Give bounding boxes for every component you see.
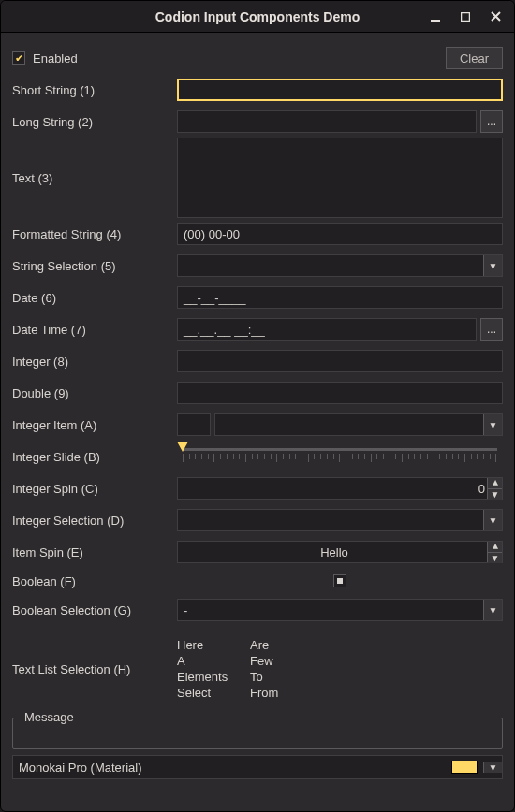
- clear-button[interactable]: Clear: [446, 47, 503, 69]
- chevron-down-icon: ▼: [483, 600, 502, 620]
- integer-spin-row: Integer Spin (C) 0 ▼ ▼: [12, 472, 503, 504]
- boolean-row: Boolean (F): [12, 568, 503, 594]
- integer-selection-combo[interactable]: ▼: [177, 509, 503, 531]
- text-row: Text (3): [12, 138, 503, 218]
- enabled-row: ✔ Enabled Clear: [12, 42, 503, 74]
- slider-track: [183, 448, 497, 451]
- datetime-row: Date Time (7) __.__.__ __:__ ...: [12, 313, 503, 345]
- text-list-row: Text List Selection (H) Here Are A Few E…: [12, 626, 503, 712]
- spinner-buttons: ▼ ▼: [487, 478, 502, 499]
- chevron-down-icon: ▼: [483, 255, 502, 276]
- item-spinner-value: Hello: [184, 545, 485, 559]
- window-controls: [420, 1, 510, 32]
- item-spin-row: Item Spin (E) Hello ▼ ▼: [12, 536, 503, 568]
- boolean-label: Boolean (F): [12, 574, 169, 588]
- short-string-label: Short String (1): [12, 83, 169, 97]
- theme-name: Monokai Pro (Material): [19, 761, 142, 775]
- spinner-down-button[interactable]: ▼: [488, 489, 502, 500]
- long-string-input[interactable]: [177, 110, 477, 133]
- datetime-input[interactable]: __.__.__ __:__: [177, 318, 477, 341]
- integer-spin-label: Integer Spin (C): [12, 482, 169, 496]
- message-legend: Message: [21, 710, 78, 724]
- integer-label: Integer (8): [12, 355, 169, 369]
- double-input[interactable]: [177, 382, 503, 404]
- integer-item-combo[interactable]: ▼: [214, 413, 503, 436]
- short-string-row: Short String (1): [12, 74, 503, 106]
- boolean-selection-combo[interactable]: - ▼: [177, 599, 503, 621]
- svg-rect-1: [462, 12, 470, 21]
- string-selection-label: String Selection (5): [12, 259, 169, 273]
- list-item[interactable]: Few: [250, 654, 306, 668]
- date-label: Date (6): [12, 291, 169, 305]
- enabled-label: Enabled: [33, 51, 78, 65]
- minimize-button[interactable]: [420, 4, 450, 30]
- double-row: Double (9): [12, 377, 503, 409]
- integer-slide-row: Integer Slide (B): [12, 441, 503, 472]
- double-label: Double (9): [12, 386, 169, 400]
- formatted-string-row: Formatted String (4) (00) 00-00: [12, 218, 503, 250]
- list-item[interactable]: Select: [177, 686, 244, 700]
- titlebar: Codion Input Components Demo: [1, 1, 514, 33]
- string-selection-combo[interactable]: ▼: [177, 254, 503, 277]
- text-textarea[interactable]: [177, 138, 503, 218]
- list-item[interactable]: Here: [177, 638, 244, 652]
- close-button[interactable]: [480, 4, 510, 30]
- integer-input[interactable]: [177, 350, 503, 372]
- string-selection-row: String Selection (5) ▼: [12, 250, 503, 282]
- integer-item-label: Integer Item (A): [12, 418, 169, 432]
- footer: Monokai Pro (Material) ▼: [12, 755, 503, 779]
- integer-row: Integer (8): [12, 345, 503, 377]
- date-row: Date (6) __-__-____: [12, 282, 503, 313]
- app-window: Codion Input Components Demo ✔ Enabled C…: [0, 0, 515, 812]
- formatted-string-label: Formatted String (4): [12, 227, 169, 241]
- datetime-more-button[interactable]: ...: [480, 318, 503, 341]
- text-list-label: Text List Selection (H): [12, 662, 169, 676]
- boolean-selection-label: Boolean Selection (G): [12, 603, 169, 617]
- list-item[interactable]: To: [250, 670, 306, 684]
- form-body: ✔ Enabled Clear Short String (1) Long St…: [1, 33, 514, 811]
- text-list[interactable]: Here Are A Few Elements To Select From: [177, 638, 306, 700]
- spinner-up-button[interactable]: ▼: [488, 542, 502, 553]
- integer-slider[interactable]: [177, 441, 503, 472]
- window-title: Codion Input Components Demo: [155, 9, 360, 24]
- chevron-down-icon: ▼: [483, 762, 502, 773]
- spinner-buttons: ▼ ▼: [487, 542, 502, 562]
- integer-slide-label: Integer Slide (B): [12, 450, 169, 464]
- maximize-icon: [461, 12, 470, 22]
- integer-item-row: Integer Item (A) ▼: [12, 409, 503, 441]
- spinner-up-button[interactable]: ▼: [488, 478, 502, 489]
- chevron-down-icon: ▼: [483, 414, 502, 435]
- integer-selection-label: Integer Selection (D): [12, 514, 169, 528]
- item-spin-label: Item Spin (E): [12, 545, 169, 559]
- long-string-row: Long String (2) ...: [12, 106, 503, 138]
- integer-spinner-value: 0: [184, 482, 485, 496]
- long-string-more-button[interactable]: ...: [480, 110, 503, 133]
- integer-spinner[interactable]: 0 ▼ ▼: [177, 477, 503, 500]
- formatted-string-input[interactable]: (00) 00-00: [177, 223, 503, 245]
- integer-item-input[interactable]: [177, 413, 211, 436]
- maximize-button[interactable]: [450, 4, 480, 30]
- svg-rect-0: [431, 20, 440, 22]
- theme-combo[interactable]: Monokai Pro (Material) ▼: [12, 755, 503, 779]
- slider-thumb[interactable]: [177, 442, 188, 452]
- text-label: Text (3): [12, 171, 169, 185]
- date-input[interactable]: __-__-____: [177, 286, 503, 309]
- slider-ticks: [183, 454, 497, 463]
- message-panel: Message: [12, 718, 503, 749]
- boolean-selection-row: Boolean Selection (G) - ▼: [12, 594, 503, 626]
- item-spinner[interactable]: Hello ▼ ▼: [177, 541, 503, 563]
- theme-swatch: [451, 761, 478, 774]
- chevron-down-icon: ▼: [483, 510, 502, 530]
- list-item[interactable]: From: [250, 686, 306, 700]
- short-string-input[interactable]: [177, 79, 503, 101]
- spinner-down-button[interactable]: ▼: [488, 553, 502, 563]
- integer-selection-row: Integer Selection (D) ▼: [12, 504, 503, 536]
- boolean-checkbox[interactable]: [333, 574, 346, 587]
- enabled-checkbox[interactable]: ✔: [12, 51, 25, 65]
- list-item[interactable]: Elements: [177, 670, 244, 684]
- list-item[interactable]: A: [177, 654, 244, 668]
- close-icon: [491, 11, 501, 22]
- minimize-icon: [430, 11, 441, 22]
- list-item[interactable]: Are: [250, 638, 306, 652]
- long-string-label: Long String (2): [12, 115, 169, 129]
